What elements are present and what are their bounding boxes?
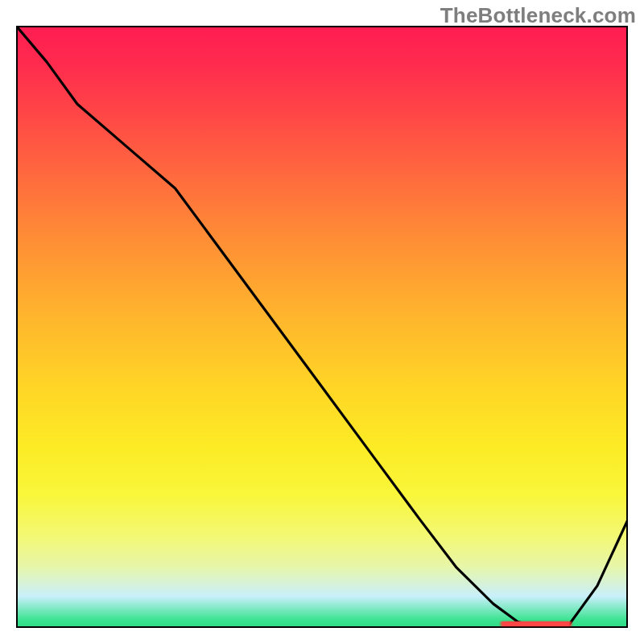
watermark-text: TheBottleneck.com xyxy=(440,3,636,28)
gradient-background xyxy=(16,26,628,628)
plot-area xyxy=(16,26,628,628)
highlight-marker xyxy=(499,621,572,626)
chart-stage: TheBottleneck.com xyxy=(0,0,644,644)
